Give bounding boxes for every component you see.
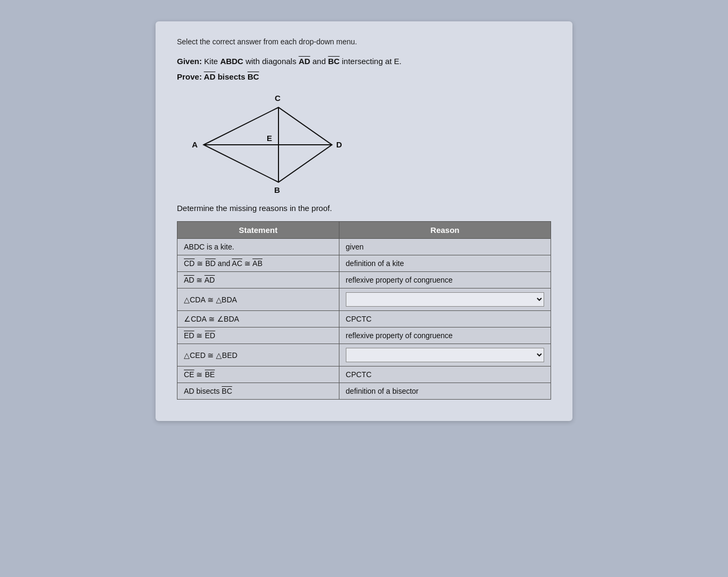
instruction-text: Select the correct answer from each drop… — [177, 37, 551, 46]
statement-cell: CD ≅ BD and AC ≅ AB — [177, 255, 339, 272]
statement-cell: AD bisects BC — [177, 383, 339, 400]
statement-cell: △CDA ≅ △BDA — [177, 288, 339, 311]
prove-label: Prove: — [177, 72, 204, 81]
kite-svg: A C D B E — [188, 91, 353, 201]
prove-text: Prove: AD bisects BC — [177, 71, 551, 83]
table-row: ∠CDA ≅ ∠BDA CPCTC — [177, 311, 551, 328]
proof-table: Statement Reason ABDC is a kite. given C… — [177, 221, 551, 400]
table-row: AD bisects BC definition of a bisector — [177, 383, 551, 400]
dropdown-1[interactable]: SSS SAS ASA AAS HL — [346, 292, 544, 307]
statement-cell: ∠CDA ≅ ∠BDA — [177, 311, 339, 328]
label-E: E — [267, 134, 272, 143]
reason-dropdown-cell-2[interactable]: SSS SAS ASA AAS HL — [339, 344, 551, 367]
label-C: C — [275, 93, 281, 103]
label-B: B — [274, 185, 280, 194]
table-row: ABDC is a kite. given — [177, 239, 551, 255]
table-row: CD ≅ BD and AC ≅ AB definition of a kite — [177, 255, 551, 272]
kite-diagram: A C D B E — [188, 91, 348, 198]
col-header-reason: Reason — [339, 222, 551, 239]
statement-cell: ED ≅ ED — [177, 328, 339, 344]
label-D: D — [336, 140, 342, 149]
statement-cell: AD ≅ AD — [177, 272, 339, 288]
table-row: ED ≅ ED reflexive property of congruence — [177, 328, 551, 344]
table-row: CE ≅ BE CPCTC — [177, 367, 551, 383]
table-row: △CED ≅ △BED SSS SAS ASA AAS HL — [177, 344, 551, 367]
label-A: A — [192, 140, 198, 149]
reason-dropdown-cell-1[interactable]: SSS SAS ASA AAS HL — [339, 288, 551, 311]
dropdown-2[interactable]: SSS SAS ASA AAS HL — [346, 348, 544, 362]
table-row: AD ≅ AD reflexive property of congruence — [177, 272, 551, 288]
diagram-container: A C D B E — [188, 91, 551, 198]
determine-text: Determine the missing reasons in the pro… — [177, 204, 551, 213]
statement-cell: ABDC is a kite. — [177, 239, 339, 255]
col-header-statement: Statement — [177, 222, 339, 239]
reason-cell: definition of a bisector — [339, 383, 551, 400]
reason-cell: reflexive property of congruence — [339, 272, 551, 288]
given-label: Given: — [177, 57, 204, 66]
statement-cell: CE ≅ BE — [177, 367, 339, 383]
reason-cell: definition of a kite — [339, 255, 551, 272]
reason-cell: given — [339, 239, 551, 255]
main-container: Select the correct answer from each drop… — [156, 21, 572, 421]
table-row: △CDA ≅ △BDA SSS SAS ASA AAS HL — [177, 288, 551, 311]
reason-cell: reflexive property of congruence — [339, 328, 551, 344]
given-text: Given: Kite ABDC with diagonals AD and B… — [177, 56, 551, 68]
statement-cell: △CED ≅ △BED — [177, 344, 339, 367]
table-header-row: Statement Reason — [177, 222, 551, 239]
reason-cell: CPCTC — [339, 311, 551, 328]
reason-cell: CPCTC — [339, 367, 551, 383]
given-prove-section: Given: Kite ABDC with diagonals AD and B… — [177, 56, 551, 83]
